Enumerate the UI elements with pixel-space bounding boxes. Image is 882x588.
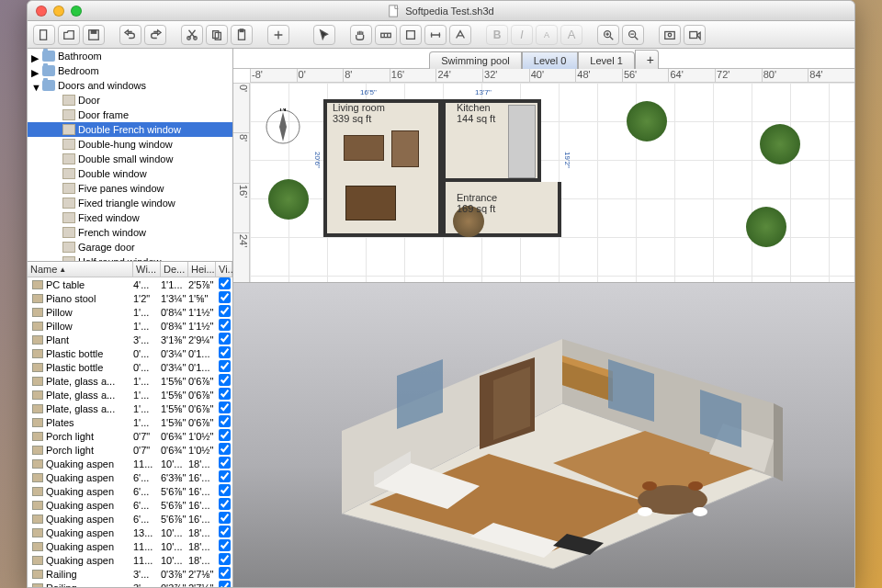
visible-checkbox[interactable] — [219, 512, 231, 524]
col-name[interactable]: Name — [30, 264, 57, 275]
furniture-row[interactable]: Quaking aspen6'...6'3⅜"16'... — [28, 470, 232, 484]
furniture-list[interactable]: PC table4'...1'1...2'5⅞"Piano stool1'2"1… — [28, 277, 232, 587]
redo-button[interactable] — [144, 25, 166, 45]
catalog-item[interactable]: Double French window — [28, 122, 232, 137]
furniture-row[interactable]: Plates1'...1'5⅜"0'6⅞" — [28, 415, 232, 429]
italic-button[interactable]: I — [511, 25, 533, 45]
tree-icon[interactable] — [746, 207, 786, 247]
furniture-row[interactable]: Quaking aspen6'...5'6⅞"16'... — [28, 484, 232, 498]
tree-icon[interactable] — [760, 124, 800, 164]
text-tool[interactable] — [449, 25, 471, 45]
catalog-item[interactable]: Five panes window — [28, 181, 232, 196]
catalog-item[interactable]: French window — [28, 225, 232, 240]
visible-checkbox[interactable] — [219, 457, 231, 469]
select-tool[interactable] — [313, 25, 335, 45]
wall-tool[interactable] — [375, 25, 397, 45]
visible-checkbox[interactable] — [219, 539, 231, 551]
furniture-row[interactable]: Quaking aspen11...10'...18'... — [28, 553, 232, 567]
room-tool[interactable] — [400, 25, 422, 45]
furniture-row[interactable]: Quaking aspen6'...5'6⅞"16'... — [28, 512, 232, 526]
furniture-row[interactable]: Quaking aspen6'...5'6⅞"16'... — [28, 498, 232, 512]
catalog-item[interactable]: Fixed triangle window — [28, 196, 232, 210]
furniture-row[interactable]: Pillow1'...0'8¾"1'1½" — [28, 319, 232, 333]
catalog-folder[interactable]: ▶Bathroom — [28, 49, 232, 63]
visible-checkbox[interactable] — [219, 484, 231, 496]
visible-checkbox[interactable] — [219, 319, 231, 331]
zoom-out-button[interactable] — [622, 25, 644, 45]
visible-checkbox[interactable] — [219, 291, 231, 303]
col-visible[interactable]: Vi... — [216, 262, 232, 277]
zoom-in-button[interactable] — [597, 25, 619, 45]
level-tab[interactable]: Level 0 — [522, 51, 578, 69]
furniture-row[interactable]: Plate, glass a...1'...1'5⅝"0'6⅞" — [28, 374, 232, 388]
copy-button[interactable] — [206, 25, 228, 45]
furniture-row[interactable]: Railing3'...0'3⅞"2'7⅛" — [28, 567, 232, 581]
catalog-item[interactable]: Door frame — [28, 107, 232, 122]
cut-button[interactable] — [181, 25, 203, 45]
video-button[interactable] — [684, 25, 706, 45]
open-button[interactable] — [58, 25, 80, 45]
visible-checkbox[interactable] — [219, 346, 231, 358]
catalog-item[interactable]: Garage door — [28, 240, 232, 254]
pan-tool[interactable] — [350, 25, 372, 45]
visible-checkbox[interactable] — [219, 415, 231, 427]
catalog-item[interactable]: Fixed window — [28, 210, 232, 225]
undo-button[interactable] — [119, 25, 141, 45]
catalog-folder[interactable]: ▶Bedroom — [28, 63, 232, 78]
furniture-row[interactable]: Plastic bottle0'...0'3¼"0'1... — [28, 346, 232, 360]
catalog-item[interactable]: Half round window — [28, 254, 232, 262]
col-width[interactable]: Wi... — [133, 262, 161, 277]
visible-checkbox[interactable] — [219, 277, 231, 289]
furniture-list-header[interactable]: Name ▲ Wi... De... Hei... Vi... — [28, 262, 232, 277]
visible-checkbox[interactable] — [219, 374, 231, 386]
furniture-row[interactable]: Porch light0'7"0'6¾"1'0½" — [28, 443, 232, 457]
furniture-row[interactable]: Plate, glass a...1'...1'5⅝"0'6⅞" — [28, 388, 232, 401]
visible-checkbox[interactable] — [219, 429, 231, 441]
tree-icon[interactable] — [627, 101, 667, 141]
level-tab[interactable]: Level 1 — [578, 51, 634, 69]
visible-checkbox[interactable] — [219, 401, 231, 413]
visible-checkbox[interactable] — [219, 581, 231, 587]
visible-checkbox[interactable] — [219, 360, 231, 372]
furniture-row[interactable]: Piano stool1'2"1'3¼"1'⅝" — [28, 291, 232, 305]
col-height[interactable]: Hei... — [188, 262, 216, 277]
photo-button[interactable] — [659, 25, 681, 45]
visible-checkbox[interactable] — [219, 443, 231, 455]
view-3d[interactable] — [233, 283, 854, 587]
visible-checkbox[interactable] — [219, 567, 231, 579]
visible-checkbox[interactable] — [219, 553, 231, 565]
furniture-row[interactable]: PC table4'...1'1...2'5⅞" — [28, 277, 232, 291]
cabinet-icon[interactable] — [391, 130, 419, 167]
visible-checkbox[interactable] — [219, 388, 231, 400]
font-smaller-button[interactable]: A — [536, 25, 558, 45]
furniture-row[interactable]: Porch light0'7"0'6¾"1'0½" — [28, 429, 232, 443]
visible-checkbox[interactable] — [219, 305, 231, 317]
furniture-row[interactable]: Railing3'...0'3⅞"2'7⅛" — [28, 581, 232, 587]
sofa-icon[interactable] — [344, 135, 384, 161]
furniture-catalog-tree[interactable]: ▶Bathroom▶Bedroom▼Doors and windowsDoorD… — [28, 49, 232, 262]
catalog-item[interactable]: Double-hung window — [28, 137, 232, 152]
compass-icon[interactable]: N — [265, 108, 301, 145]
furniture-row[interactable]: Plastic bottle0'...0'3¼"0'1... — [28, 360, 232, 374]
tree-icon[interactable] — [268, 179, 309, 220]
plan-canvas[interactable]: N Living room339 sq ft — [250, 83, 854, 282]
counter-icon[interactable] — [508, 105, 536, 178]
bold-button[interactable]: B — [486, 25, 508, 45]
col-depth[interactable]: De... — [161, 262, 188, 277]
catalog-item[interactable]: Door — [28, 93, 232, 107]
furniture-row[interactable]: Plate, glass a...1'...1'5⅝"0'6⅞" — [28, 401, 232, 415]
add-level-button[interactable]: + — [635, 50, 659, 69]
furniture-row[interactable]: Quaking aspen13...10'...18'... — [28, 526, 232, 539]
visible-checkbox[interactable] — [219, 498, 231, 510]
level-tab[interactable]: Swimming pool — [429, 51, 522, 69]
save-button[interactable] — [83, 25, 105, 45]
furniture-row[interactable]: Quaking aspen11...10'...18'... — [28, 539, 232, 553]
catalog-item[interactable]: Double small window — [28, 152, 232, 166]
visible-checkbox[interactable] — [219, 470, 231, 482]
add-furniture-button[interactable] — [267, 25, 289, 45]
font-bigger-button[interactable]: A — [560, 25, 582, 45]
dimension-tool[interactable] — [424, 25, 447, 45]
catalog-item[interactable]: Double window — [28, 166, 232, 181]
plan-2d-view[interactable]: -8'0'8'16'24'32'40'48'56'64'72'80'84' 0'… — [233, 69, 854, 283]
visible-checkbox[interactable] — [219, 333, 231, 345]
